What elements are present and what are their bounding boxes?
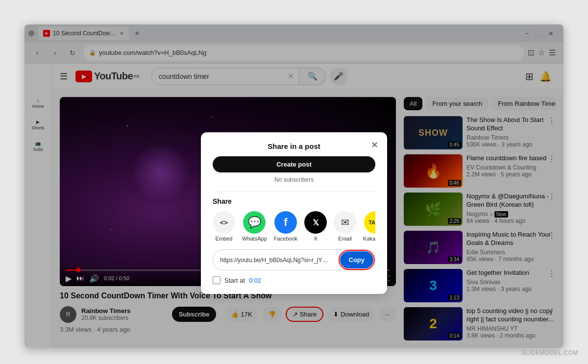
share-divider xyxy=(213,191,375,192)
modal-overlay[interactable]: ✕ Share in a post Create post No subscri… xyxy=(24,24,564,348)
share-modal: ✕ Share in a post Create post No subscri… xyxy=(201,132,387,294)
embed-icon: <> xyxy=(213,211,235,234)
start-at-checkbox[interactable] xyxy=(213,276,220,284)
no-subscribers-text: No subscribers xyxy=(213,176,375,183)
share-x[interactable]: 𝕏 X xyxy=(304,211,327,242)
kakao-label: KakaoTalk xyxy=(363,236,375,242)
share-section-title: Share xyxy=(213,197,375,205)
modal-title: Share in a post xyxy=(213,142,375,150)
link-url-input[interactable] xyxy=(213,252,339,268)
share-email[interactable]: ✉ Email xyxy=(334,211,356,242)
create-post-button[interactable]: Create post xyxy=(213,156,375,172)
embed-label: Embed xyxy=(216,236,233,242)
whatsapp-icon: 💬 xyxy=(243,211,266,234)
email-icon: ✉ xyxy=(334,211,356,234)
facebook-icon: f xyxy=(274,211,297,234)
link-copy-row: Copy xyxy=(213,249,375,270)
start-at-label: Start at xyxy=(224,277,245,284)
share-kakao[interactable]: TALK KakaoTalk xyxy=(363,211,375,242)
watermark: SLIDEMODEL.COM xyxy=(521,349,578,356)
x-icon: 𝕏 xyxy=(304,211,327,234)
start-at-time[interactable]: 0:02 xyxy=(249,277,261,284)
copy-button[interactable]: Copy xyxy=(340,251,374,268)
share-facebook[interactable]: f Facebook xyxy=(274,211,297,242)
share-icons-row: <> Embed 💬 WhatsApp f Facebook 𝕏 X xyxy=(213,211,375,242)
facebook-label: Facebook xyxy=(274,236,297,242)
share-embed[interactable]: <> Embed xyxy=(213,211,235,242)
browser-window: 10 Second CountDown Timer V ✕ + − ⬜ ✕ ‹ … xyxy=(24,24,564,348)
kakao-icon: TALK xyxy=(364,211,375,234)
modal-close-button[interactable]: ✕ xyxy=(368,138,381,152)
start-at-row: Start at 0:02 xyxy=(213,276,375,284)
email-label: Email xyxy=(338,236,352,242)
share-whatsapp[interactable]: 💬 WhatsApp xyxy=(242,211,267,242)
x-label: X xyxy=(314,236,317,242)
whatsapp-label: WhatsApp xyxy=(242,236,267,242)
